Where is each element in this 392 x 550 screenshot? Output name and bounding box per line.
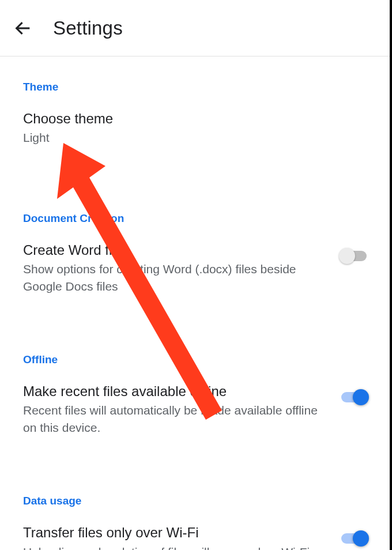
section-doc-creation-header: Document Creation [23,212,369,225]
choose-theme-row[interactable]: Choose theme Light [23,110,369,146]
make-offline-toggle[interactable] [339,388,369,406]
create-word-toggle[interactable] [339,247,369,265]
make-offline-text: Make recent files available offline Rece… [23,382,339,436]
create-word-title: Create Word files [23,241,327,259]
toggle-thumb [353,530,369,547]
toggle-thumb [353,389,369,405]
app-header: Settings [0,0,392,56]
section-theme-header: Theme [23,81,369,93]
arrow-left-icon [13,18,33,38]
make-offline-title: Make recent files available offline [23,382,327,401]
make-offline-desc: Recent files will automatically be made … [23,402,327,436]
settings-content: Theme Choose theme Light Document Creati… [0,81,392,550]
choose-theme-title: Choose theme [23,110,357,128]
wifi-only-row[interactable]: Transfer files only over Wi-Fi Uploading… [23,523,369,550]
choose-theme-text: Choose theme Light [23,110,369,146]
wifi-only-text: Transfer files only over Wi-Fi Uploading… [23,523,339,550]
choose-theme-value: Light [23,129,357,146]
back-button[interactable] [12,17,35,40]
section-data-usage-header: Data usage [23,495,369,507]
toggle-thumb [339,248,355,264]
window-border [390,0,392,550]
wifi-only-title: Transfer files only over Wi-Fi [23,523,327,542]
wifi-only-desc: Uploading and updating of files will pau… [23,544,327,550]
create-word-row[interactable]: Create Word files Show options for creat… [23,241,369,295]
section-offline-header: Offline [23,353,369,366]
page-title: Settings [53,17,123,39]
make-offline-row[interactable]: Make recent files available offline Rece… [23,382,369,436]
create-word-text: Create Word files Show options for creat… [23,241,339,295]
create-word-desc: Show options for creating Word (.docx) f… [23,261,327,295]
wifi-only-toggle[interactable] [339,529,369,548]
